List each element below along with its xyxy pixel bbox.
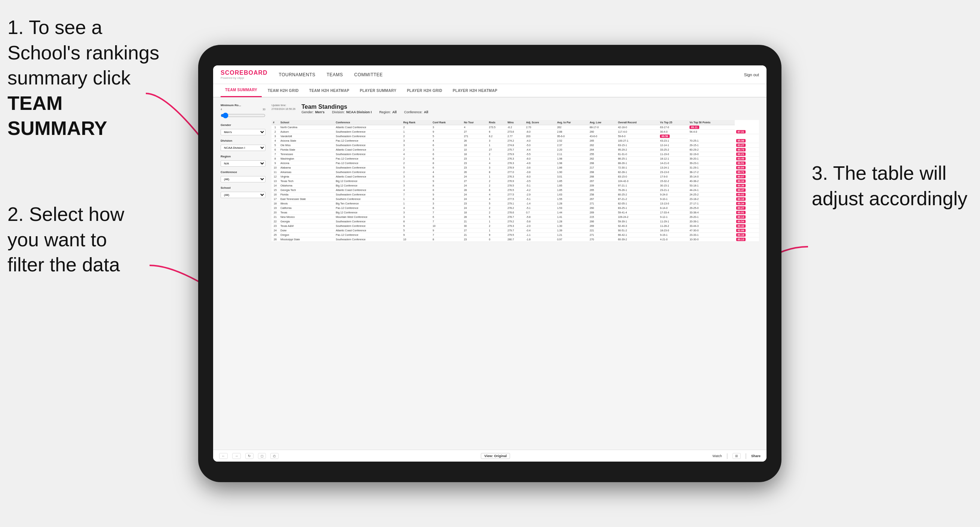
- watch-btn[interactable]: Watch: [713, 454, 722, 458]
- cell-3-10: 265: [588, 139, 617, 143]
- tab-team-h2h-heatmap[interactable]: TEAM H2H HEATMAP: [305, 84, 354, 97]
- cell-21-9: 1.28: [555, 219, 588, 224]
- col-avg-par: Avg. to Par: [555, 120, 588, 125]
- rank-slider-input[interactable]: [221, 111, 266, 120]
- cell-14-6: 6: [488, 188, 506, 192]
- tab-player-h2h-heatmap[interactable]: PLAYER H2H HEATMAP: [448, 84, 502, 97]
- cell-4-7: 274.8: [506, 143, 525, 148]
- clock-btn[interactable]: ◴: [270, 453, 278, 459]
- cell-2-6: 6.2: [488, 134, 506, 139]
- view-original-btn[interactable]: View: Original: [481, 453, 510, 459]
- cell-13-10: 209: [588, 184, 617, 188]
- cell-15-6: 4: [488, 192, 506, 197]
- cell-4-4: 6: [431, 143, 463, 148]
- gender-display: Gender: Men's: [301, 110, 325, 114]
- cell-14-9: 1.85: [555, 188, 588, 192]
- col-wins: Wins: [506, 120, 525, 125]
- sign-out-link[interactable]: Sign out: [744, 73, 759, 77]
- undo-btn[interactable]: ←: [219, 453, 228, 459]
- cell-0-3: 2: [402, 125, 431, 130]
- cell-9-5: 23: [463, 165, 488, 170]
- cell-8-14: 80.51: [735, 161, 759, 165]
- col-school: School: [279, 120, 334, 125]
- cell-4-2: Southeastern Conference: [334, 143, 402, 148]
- cell-8-7: 278.3: [506, 161, 525, 165]
- cell-8-8: -4.6: [525, 161, 555, 165]
- cell-6-4: 6: [431, 152, 463, 157]
- cell-4-1: Ole Miss: [279, 143, 334, 148]
- cell-6-8: -5.5: [525, 152, 555, 157]
- cell-24-14: 80.18: [735, 233, 759, 237]
- cell-23-12: 18-23-0: [659, 229, 688, 233]
- tab-player-summary[interactable]: PLAYER SUMMARY: [355, 84, 401, 97]
- copy-btn[interactable]: ◻: [258, 453, 266, 459]
- cell-1-8: -6.0: [525, 130, 555, 134]
- cell-12-10: 267: [588, 179, 617, 184]
- cell-21-5: 21: [463, 219, 488, 224]
- cell-18-10: 260: [588, 206, 617, 210]
- nav-link-committee[interactable]: COMMITTEE: [354, 72, 383, 77]
- cell-1-14: 87.31: [735, 130, 759, 134]
- cell-24-9: 1.21: [555, 233, 588, 237]
- cell-6-2: Southeastern Conference: [334, 152, 402, 157]
- cell-13-11: 97-21-1: [617, 184, 659, 188]
- cell-10-5: 26: [463, 170, 488, 175]
- share-btn[interactable]: Share: [751, 454, 760, 458]
- cell-13-6: 2: [488, 184, 506, 188]
- cell-20-5: 28: [463, 215, 488, 219]
- table-row: 18IllinoisBig Ten Conference13235279.1-1…: [272, 202, 759, 206]
- cell-23-9: 1.39: [555, 229, 588, 233]
- cell-9-14: 80.84: [735, 165, 759, 170]
- gender-filter-label: Gender: [221, 123, 266, 127]
- col-overall-record: Overall Record: [617, 120, 659, 125]
- nav-link-tournaments[interactable]: TOURNAMENTS: [279, 72, 316, 77]
- cell-22-10: 269: [588, 224, 617, 229]
- cell-25-9: 0.97: [555, 237, 588, 242]
- cell-18-5: 24: [463, 206, 488, 210]
- cell-1-5: 27: [463, 130, 488, 134]
- cell-2-12: 86.58: [659, 134, 688, 139]
- cell-7-6: 1: [488, 157, 506, 161]
- toolbar-divider-2: |: [745, 452, 747, 459]
- cell-17-3: 1: [402, 202, 431, 206]
- cell-0-10: 88-17-0: [588, 125, 617, 130]
- cell-16-11: 87-21-2: [617, 197, 659, 202]
- region-select[interactable]: N/A: [221, 160, 266, 167]
- cell-13-7: 278.5: [506, 184, 525, 188]
- right-panel: Update time: 27/03/2024 16:56:26 Team St…: [272, 103, 759, 444]
- cell-6-14: 80.21: [735, 152, 759, 157]
- tab-team-h2h-grid[interactable]: TEAM H2H GRID: [263, 84, 303, 97]
- table-row: 8WashingtonPac-12 Conference28231276.3-6…: [272, 157, 759, 161]
- cell-12-8: -3.5: [525, 179, 555, 184]
- cell-21-8: -5.8: [525, 219, 555, 224]
- school-select[interactable]: (All): [221, 192, 266, 198]
- division-select[interactable]: NCAA Division I: [221, 144, 266, 151]
- gender-select[interactable]: Men's: [221, 129, 266, 135]
- tab-team-summary[interactable]: TEAM SUMMARY: [221, 84, 262, 97]
- cell-12-4: 9: [431, 179, 463, 184]
- cell-0-12: 63-17-0: [659, 125, 688, 130]
- cell-15-7: 277.5: [506, 192, 525, 197]
- cell-16-10: 267: [588, 197, 617, 202]
- cell-5-14: 80.73: [735, 148, 759, 152]
- cell-3-5: 26: [463, 139, 488, 143]
- cell-7-10: 262: [588, 157, 617, 161]
- division-value: NCAA Division I: [346, 110, 372, 114]
- redo-btn[interactable]: →: [232, 453, 241, 459]
- gender-filter: Gender Men's: [221, 123, 266, 135]
- cell-1-7: 273.6: [506, 130, 525, 134]
- table-title-area: Team Standings Gender: Men's Division: N…: [301, 103, 759, 117]
- cell-0-13: 89.11: [688, 125, 734, 130]
- refresh-btn[interactable]: ↻: [245, 453, 253, 459]
- grid-btn[interactable]: ⊞: [732, 453, 741, 459]
- instruction-1: 1. To see a School's rankings summary cl…: [8, 15, 164, 141]
- tab-player-h2h-grid[interactable]: PLAYER H2H GRID: [402, 84, 447, 97]
- table-scroll[interactable]: # School Conference Reg Rank Conf Rank N…: [272, 120, 759, 444]
- conference-select[interactable]: (All): [221, 176, 266, 183]
- cell-7-1: Washington: [279, 157, 334, 161]
- nav-link-teams[interactable]: TEAMS: [327, 72, 343, 77]
- logo-area: SCOREBOARD Powered by clippi: [221, 70, 268, 79]
- col-conference: Conference: [334, 120, 402, 125]
- table-row: 3VanderbiltSoutheastern Conference252716…: [272, 134, 759, 139]
- cell-7-9: 1.98: [555, 157, 588, 161]
